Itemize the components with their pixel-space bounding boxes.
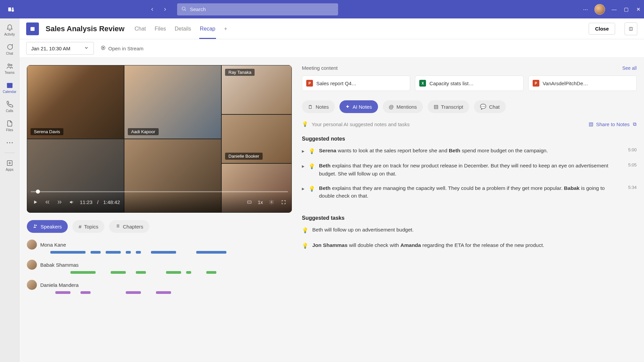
file-chip[interactable]: PSales report Q4… [302, 75, 410, 91]
avatar [27, 260, 37, 270]
open-stream-label: Open in Stream [108, 46, 144, 51]
excel-icon: X [419, 80, 426, 87]
apps-icon [6, 159, 14, 167]
play-button[interactable] [32, 198, 39, 206]
speed-button[interactable]: 1x [258, 199, 263, 205]
volume-button[interactable] [68, 198, 75, 206]
fullscreen-button[interactable] [280, 198, 287, 206]
tab-recap[interactable]: Recap [199, 20, 216, 39]
video-tile[interactable]: Serena Davis [27, 65, 124, 139]
date-value: Jan 21, 10:30 AM [31, 46, 70, 51]
expand-button[interactable] [625, 22, 637, 35]
share-to-notes[interactable]: ▧Share to Notes [589, 121, 630, 127]
svg-rect-17 [248, 201, 251, 203]
svg-rect-0 [8, 7, 11, 11]
sparkle-icon: ✦ [345, 104, 350, 110]
rail-apps[interactable]: Apps [1, 156, 18, 174]
skip-forward-button[interactable] [56, 198, 63, 206]
bulb-icon: 💡 [302, 226, 308, 234]
video-tile[interactable]: Aadi Kapoor [124, 65, 221, 139]
video-tile[interactable]: Ray Tanaka [221, 65, 292, 114]
note-item[interactable]: ▶💡Beth explains that they are managing t… [302, 184, 637, 200]
expand-icon[interactable]: ▶ [302, 164, 305, 177]
meeting-tabs: Chat Files Details Recap + [134, 20, 228, 38]
suggested-tasks-title: Suggested tasks [302, 215, 637, 221]
recap-tab-speakers[interactable]: Speakers [27, 220, 68, 233]
chat-icon [6, 43, 14, 51]
time-sep: / [97, 199, 99, 205]
skip-back-button[interactable] [44, 198, 51, 206]
bulb-icon: 💡 [309, 147, 315, 155]
scrub-bar[interactable] [31, 191, 288, 192]
tab-ai-notes[interactable]: ✦AI Notes [339, 100, 378, 113]
rail-teams[interactable]: Teams [1, 59, 18, 77]
rail-chat[interactable]: Chat [1, 40, 18, 58]
speaker-name: Mona Kane [40, 242, 66, 248]
note-item[interactable]: ▶💡Beth explains that they are on track f… [302, 162, 637, 177]
file-name: Sales report Q4… [316, 81, 357, 86]
svg-rect-12 [31, 27, 35, 28]
share-label: Share to Notes [596, 121, 630, 127]
svg-point-18 [271, 201, 272, 203]
participant-name: Ray Tanaka [225, 69, 255, 76]
search-box[interactable] [177, 3, 338, 15]
speaker-row[interactable]: Mona Kane [27, 240, 292, 254]
video-tile[interactable]: Danielle Booker [221, 114, 292, 164]
task-text: Beth will follow up on advertisement bud… [312, 226, 637, 234]
speaker-row[interactable]: Babak Shammas [27, 260, 292, 274]
close-button[interactable]: Close [589, 23, 615, 35]
app-rail: Activity Chat Teams Calendar Calls Files… [0, 18, 19, 362]
tab-mentions[interactable]: @Mentions [383, 100, 423, 113]
rail-separator [5, 153, 15, 153]
video-controls: 11:23 / 1:48:42 1x [27, 191, 292, 213]
svg-point-19 [34, 224, 36, 226]
tab-chat[interactable]: Chat [134, 20, 147, 38]
rail-files[interactable]: Files [1, 117, 18, 135]
open-in-stream[interactable]: Open in Stream [101, 45, 144, 51]
tab-transcript[interactable]: ▤Transcript [428, 100, 469, 113]
tab-notes[interactable]: 🗒Notes [302, 100, 335, 113]
tab-label: Chat [489, 104, 500, 110]
rail-calendar[interactable]: Calendar [1, 79, 18, 96]
file-chip[interactable]: PVanArsdelPitchDe… [528, 75, 637, 91]
tab-chat-right[interactable]: 💬Chat [474, 100, 506, 113]
task-item[interactable]: 💡Jon Shammas will double check with Aman… [302, 241, 637, 250]
window-minimize[interactable]: — [611, 6, 617, 12]
copy-button[interactable]: ⧉ [633, 121, 637, 127]
rail-calls[interactable]: Calls [1, 98, 18, 115]
rail-activity[interactable]: Activity [1, 21, 18, 39]
task-text: Jon Shammas will double check with Amand… [312, 241, 637, 250]
user-avatar[interactable] [594, 4, 605, 15]
sub-header: Jan 21, 10:30 AM Open in Stream [19, 39, 644, 58]
expand-icon[interactable]: ▶ [302, 186, 305, 200]
transcript-icon: ▤ [434, 104, 438, 110]
expand-icon[interactable]: ▶ [302, 149, 305, 155]
speaker-name: Babak Shammas [40, 262, 78, 268]
window-maximize[interactable]: ▢ [623, 6, 629, 12]
speaker-row[interactable]: Daniela Mandera [27, 280, 292, 294]
bulb-icon: 💡 [302, 242, 308, 250]
recap-tab-chapters[interactable]: Chapters [109, 220, 149, 233]
date-picker[interactable]: Jan 21, 10:30 AM [26, 42, 94, 55]
note-item[interactable]: ▶💡Serena wants to look at the sales repo… [302, 147, 637, 155]
forward-button[interactable] [160, 4, 170, 15]
see-all-link[interactable]: See all [622, 65, 637, 71]
tab-files[interactable]: Files [154, 20, 167, 38]
rail-more[interactable]: ⋯ [1, 136, 18, 149]
recap-tab-topics[interactable]: # Topics [72, 220, 104, 233]
tab-details[interactable]: Details [174, 20, 192, 38]
participant-name: Danielle Booker [225, 153, 263, 160]
onenote-icon: ▧ [589, 121, 593, 127]
search-icon [181, 6, 186, 13]
more-icon[interactable]: ⋯ [582, 6, 588, 12]
task-item[interactable]: 💡Beth will follow up on advertisement bu… [302, 226, 637, 234]
search-input[interactable] [190, 6, 334, 12]
window-close[interactable]: ✕ [635, 6, 641, 12]
captions-button[interactable] [246, 198, 253, 206]
tab-add[interactable]: + [223, 20, 228, 38]
back-button[interactable] [147, 4, 158, 15]
bulb-icon: 💡 [302, 121, 308, 127]
settings-button[interactable] [268, 198, 275, 206]
file-chip[interactable]: XCapacity stats list… [415, 75, 523, 91]
speaker-timeline: Mona Kane Babak Shammas Daniela Mandera [27, 240, 292, 294]
